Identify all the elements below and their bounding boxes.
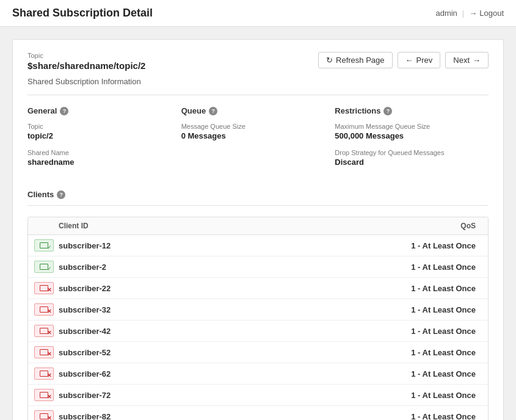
refresh-label: Refresh Page	[336, 56, 385, 65]
col-icon-header	[34, 222, 59, 230]
prev-label: Prev	[416, 56, 433, 65]
row-icon-col: ✕	[34, 325, 59, 337]
table-row[interactable]: ✓ subscriber-2 1 - At Least Once	[28, 256, 488, 278]
row-icon-col: ✓	[34, 239, 59, 252]
card-header: Topic $share/sharedname/topic/2 ↻ Refres…	[27, 52, 489, 71]
client-id: subscriber-82	[59, 412, 360, 421]
clients-table: Client ID QoS ✓ subscriber-12 1 - At Lea…	[27, 217, 489, 420]
table-row[interactable]: ✕ subscriber-22 1 - At Least Once	[28, 278, 488, 299]
main-card: Topic $share/sharedname/topic/2 ↻ Refres…	[12, 39, 504, 420]
table-row[interactable]: ✕ subscriber-52 1 - At Least Once	[28, 342, 488, 363]
username: admin	[435, 9, 457, 18]
top-bar: Shared Subscription Detail admin | → Log…	[0, 0, 516, 27]
x-icon: ✕	[47, 394, 52, 400]
table-row[interactable]: ✕ subscriber-42 1 - At Least Once	[28, 320, 488, 342]
row-icon-col: ✕	[34, 282, 59, 294]
table-row[interactable]: ✕ subscriber-32 1 - At Least Once	[28, 299, 488, 320]
restrictions-section: Restrictions ? Maximum Message Queue Siz…	[335, 106, 489, 175]
logout-button[interactable]: → Logout	[469, 9, 504, 18]
logout-label: Logout	[479, 9, 504, 18]
client-id: subscriber-32	[59, 305, 360, 314]
client-status-icon: ✓	[34, 239, 54, 252]
max-queue-field: Maximum Message Queue Size 500,000 Messa…	[335, 123, 489, 140]
clients-title: Clients ?	[27, 190, 489, 199]
general-topic-value: topic/2	[27, 131, 181, 140]
page-content: Topic $share/sharedname/topic/2 ↻ Refres…	[0, 27, 516, 420]
queue-help-icon[interactable]: ?	[209, 107, 217, 115]
row-icon-col: ✕	[34, 346, 59, 358]
topic-value: $share/sharedname/topic/2	[27, 60, 145, 71]
row-icon-col: ✓	[34, 261, 59, 273]
table-row[interactable]: ✓ subscriber-12 1 - At Least Once	[28, 235, 488, 256]
divider: |	[462, 9, 464, 18]
table-row[interactable]: ✕ subscriber-62 1 - At Least Once	[28, 363, 488, 385]
table-row[interactable]: ✕ subscriber-82 1 - At Least Once	[28, 406, 488, 420]
client-status-icon: ✓	[34, 261, 54, 273]
client-status-icon: ✕	[34, 303, 54, 316]
page-title: Shared Subscription Detail	[12, 7, 153, 20]
prev-arrow-icon: ←	[405, 56, 413, 65]
general-section: General ? Topic topic/2 Shared Name shar…	[27, 106, 181, 175]
client-id: subscriber-62	[59, 369, 360, 378]
table-row[interactable]: ✕ subscriber-72 1 - At Least Once	[28, 385, 488, 406]
client-qos: 1 - At Least Once	[360, 284, 482, 293]
queue-section: Queue ? Message Queue Size 0 Messages	[181, 106, 335, 175]
table-header: Client ID QoS	[28, 217, 488, 235]
client-status-icon: ✕	[34, 325, 54, 337]
general-topic-field: Topic topic/2	[27, 123, 181, 140]
x-icon: ✕	[47, 330, 52, 336]
drop-strategy-value: Discard	[335, 158, 489, 167]
drop-strategy-field: Drop Strategy for Queued Messages Discar…	[335, 149, 489, 167]
client-qos: 1 - At Least Once	[360, 262, 482, 272]
clients-rows: ✓ subscriber-12 1 - At Least Once ✓ subs…	[28, 235, 488, 420]
client-qos: 1 - At Least Once	[360, 348, 482, 357]
drop-strategy-label: Drop Strategy for Queued Messages	[335, 149, 489, 156]
max-queue-value: 500,000 Messages	[335, 131, 489, 140]
client-qos: 1 - At Least Once	[360, 369, 482, 378]
general-shared-name-field: Shared Name sharedname	[27, 149, 181, 167]
client-qos: 1 - At Least Once	[360, 241, 482, 250]
refresh-page-button[interactable]: ↻ Refresh Page	[318, 52, 393, 68]
client-qos: 1 - At Least Once	[360, 305, 482, 314]
client-id: subscriber-72	[59, 391, 360, 400]
check-icon: ✓	[47, 244, 52, 250]
topic-info: Topic $share/sharedname/topic/2	[27, 52, 145, 71]
clients-help-icon[interactable]: ?	[57, 190, 65, 199]
x-icon: ✕	[47, 351, 52, 357]
col-qos-header: QoS	[360, 222, 482, 230]
next-button[interactable]: Next →	[445, 52, 489, 68]
queue-title: Queue ?	[181, 106, 335, 115]
restrictions-help-icon[interactable]: ?	[383, 107, 392, 115]
restrictions-title: Restrictions ?	[335, 106, 489, 115]
client-qos: 1 - At Least Once	[360, 391, 482, 400]
client-id: subscriber-12	[59, 241, 360, 250]
client-id: subscriber-42	[59, 327, 360, 336]
general-help-icon[interactable]: ?	[60, 107, 68, 115]
row-icon-col: ✕	[34, 410, 59, 420]
queue-size-label: Message Queue Size	[181, 123, 335, 130]
col-client-id-header: Client ID	[59, 222, 360, 230]
x-icon: ✕	[47, 372, 52, 378]
queue-size-value: 0 Messages	[181, 131, 335, 140]
next-arrow-icon: →	[473, 56, 481, 65]
row-icon-col: ✕	[34, 368, 59, 380]
client-qos: 1 - At Least Once	[360, 412, 482, 421]
general-shared-name-label: Shared Name	[27, 149, 181, 156]
client-status-icon: ✕	[34, 282, 54, 294]
general-topic-label: Topic	[27, 123, 181, 130]
client-id: subscriber-22	[59, 284, 360, 293]
row-icon-col: ✕	[34, 303, 59, 316]
row-icon-col: ✕	[34, 389, 59, 401]
client-status-icon: ✕	[34, 368, 54, 380]
general-title: General ?	[27, 106, 181, 115]
x-icon: ✕	[47, 308, 52, 314]
client-id: subscriber-2	[59, 262, 360, 272]
next-label: Next	[453, 56, 470, 65]
max-queue-label: Maximum Message Queue Size	[335, 123, 489, 130]
divider-line	[27, 95, 489, 95]
prev-button[interactable]: ← Prev	[398, 52, 441, 68]
top-bar-right: admin | → Logout	[435, 9, 504, 18]
logout-icon: →	[469, 9, 477, 18]
client-id: subscriber-52	[59, 348, 360, 357]
refresh-icon: ↻	[326, 56, 333, 65]
